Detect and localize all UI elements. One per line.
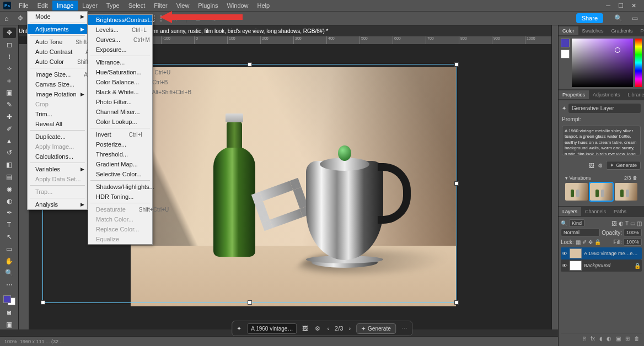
- menu-file[interactable]: File: [14, 1, 33, 10]
- menu-item[interactable]: Black & White...Alt+Shift+Ctrl+B: [88, 87, 152, 97]
- mask-icon[interactable]: ◖: [599, 336, 602, 342]
- path-tool[interactable]: ↖: [3, 232, 16, 242]
- visibility-icon[interactable]: 👁: [562, 251, 567, 257]
- more-icon[interactable]: …: [169, 13, 179, 23]
- lock-all-icon[interactable]: 🔒: [594, 239, 601, 245]
- variation-thumb-2[interactable]: [590, 183, 613, 201]
- gear-icon[interactable]: ⚙: [210, 13, 219, 23]
- pen-tool[interactable]: ✒: [3, 208, 16, 218]
- menu-item[interactable]: Color Lookup...: [88, 117, 152, 127]
- menu-filter[interactable]: Filter: [149, 1, 171, 10]
- heal-tool[interactable]: ✚: [3, 112, 16, 122]
- eraser-tool[interactable]: ◧: [3, 160, 16, 170]
- screenmode-tool[interactable]: ▣: [3, 319, 16, 329]
- blend-mode[interactable]: Normal: [561, 229, 600, 236]
- fg-color[interactable]: [561, 39, 570, 47]
- menu-item[interactable]: Posterize...: [88, 139, 152, 149]
- thumb-icon[interactable]: 🖼: [589, 163, 594, 169]
- fill-value[interactable]: 100%: [624, 238, 642, 246]
- hue-slider[interactable]: [635, 39, 642, 87]
- edit-toolbar[interactable]: ⋯: [3, 280, 16, 290]
- filter-img-icon[interactable]: 🖼: [611, 220, 617, 226]
- gear-icon[interactable]: ⚙: [314, 325, 321, 332]
- lock-paint-icon[interactable]: ✐: [582, 239, 587, 245]
- menu-item[interactable]: Exposure...: [88, 45, 152, 55]
- menu-item[interactable]: Auto ToneShift+Ctrl+L: [28, 37, 87, 47]
- restore-icon[interactable]: ☐: [618, 2, 624, 9]
- handle-bl[interactable]: [41, 300, 45, 305]
- menu-item[interactable]: InvertCtrl+I: [88, 129, 152, 139]
- fx-icon[interactable]: fx: [591, 336, 595, 342]
- menu-select[interactable]: Select: [124, 1, 150, 10]
- eyedropper-tool[interactable]: ✎: [3, 100, 16, 110]
- hand-tool[interactable]: ✋: [3, 256, 16, 266]
- menu-view[interactable]: View: [172, 1, 194, 10]
- menu-item[interactable]: Image Rotation▶: [28, 89, 87, 99]
- prompt-text[interactable]: A 1960 vintage metallic shiny silver tea…: [562, 126, 641, 155]
- new-layer-icon[interactable]: ⊞: [625, 336, 630, 342]
- next-icon[interactable]: ›: [347, 325, 352, 332]
- menu-item[interactable]: Analysis▶: [28, 199, 87, 209]
- menu-item[interactable]: Hue/Saturation...Ctrl+U: [88, 67, 152, 77]
- menu-item[interactable]: Channel Mixer...: [88, 107, 152, 117]
- color-field[interactable]: [572, 39, 633, 87]
- menu-item[interactable]: Levels...Ctrl+L: [88, 25, 152, 35]
- generate-button[interactable]: ✦Generate: [606, 161, 641, 170]
- filter-shape-icon[interactable]: ▭: [630, 220, 635, 226]
- type-tool[interactable]: T: [3, 220, 16, 230]
- lock-pos-icon[interactable]: ✥: [588, 239, 593, 245]
- menu-item[interactable]: Variables▶: [28, 164, 87, 174]
- home-icon[interactable]: ⌂: [4, 14, 9, 23]
- brush-tool[interactable]: ✐: [3, 123, 16, 134]
- menu-item[interactable]: Brightness/Contrast...: [88, 15, 152, 25]
- wand-tool[interactable]: ✧: [3, 63, 16, 74]
- filter-type-icon[interactable]: T: [625, 220, 629, 226]
- close-icon[interactable]: ✕: [631, 2, 636, 9]
- menu-item[interactable]: Trim...: [28, 109, 87, 119]
- chevron-down-icon[interactable]: ▾: [565, 175, 568, 181]
- menu-item[interactable]: Shadows/Highlights...: [88, 182, 152, 192]
- menu-item[interactable]: Auto ColorShift+Ctrl+B: [28, 57, 87, 67]
- search-icon[interactable]: 🔍: [613, 13, 623, 23]
- more-icon[interactable]: ⋯: [400, 325, 409, 332]
- tab-adjustments[interactable]: Adjustments: [589, 90, 624, 99]
- handle-tr[interactable]: [454, 62, 459, 67]
- layer-row[interactable]: 👁Background🔒: [561, 260, 642, 272]
- zoom-level[interactable]: 100%: [4, 339, 17, 344]
- gear-icon[interactable]: ⚙: [598, 163, 603, 169]
- menu-item[interactable]: Reveal All: [28, 119, 87, 129]
- menu-item[interactable]: Photo Filter...: [88, 97, 152, 107]
- tab-color[interactable]: Color: [559, 26, 578, 35]
- shape-tool[interactable]: ▭: [3, 244, 16, 254]
- menu-item[interactable]: Color Balance...Ctrl+B: [88, 77, 152, 87]
- visibility-icon[interactable]: 👁: [562, 263, 567, 269]
- generate-button[interactable]: ✦Generate: [356, 323, 396, 334]
- trash-icon[interactable]: 🗑: [634, 336, 640, 342]
- menu-item[interactable]: Calculations...: [28, 152, 87, 161]
- layer-filter-kind[interactable]: Kind: [569, 219, 584, 227]
- move-tool-label-icon[interactable]: ✥: [15, 13, 25, 23]
- image-icon[interactable]: 🖼: [301, 325, 309, 332]
- menu-window[interactable]: Window: [222, 1, 253, 10]
- collapsed-panel-strip[interactable]: [551, 25, 558, 329]
- variation-thumb-3[interactable]: [615, 183, 637, 201]
- menu-item[interactable]: HDR Toning...: [88, 192, 152, 202]
- menu-item[interactable]: Auto ContrastAlt+Shift+Ctrl+L: [28, 47, 87, 57]
- layer-name[interactable]: Background: [584, 263, 632, 268]
- tab-paths[interactable]: Paths: [610, 207, 630, 216]
- adj-icon[interactable]: ◐: [607, 336, 611, 342]
- tab-channels[interactable]: Channels: [581, 207, 610, 216]
- group-icon[interactable]: ▣: [616, 336, 621, 342]
- blur-tool[interactable]: ◉: [3, 183, 16, 194]
- menu-item[interactable]: Gradient Map...: [88, 159, 152, 169]
- prompt-field[interactable]: A 1960 vintage…: [247, 323, 297, 334]
- variation-thumb-1[interactable]: [565, 183, 588, 201]
- handle-br[interactable]: [454, 300, 459, 305]
- menu-layer[interactable]: Layer: [78, 1, 102, 10]
- quickmask-tool[interactable]: ◙: [3, 307, 16, 317]
- crop-tool[interactable]: ⌗: [3, 75, 16, 86]
- menu-help[interactable]: Help: [253, 1, 275, 10]
- menu-item[interactable]: Mode▶: [28, 12, 87, 21]
- trash-icon[interactable]: 🗑: [632, 175, 637, 181]
- share-button[interactable]: Share: [576, 13, 603, 23]
